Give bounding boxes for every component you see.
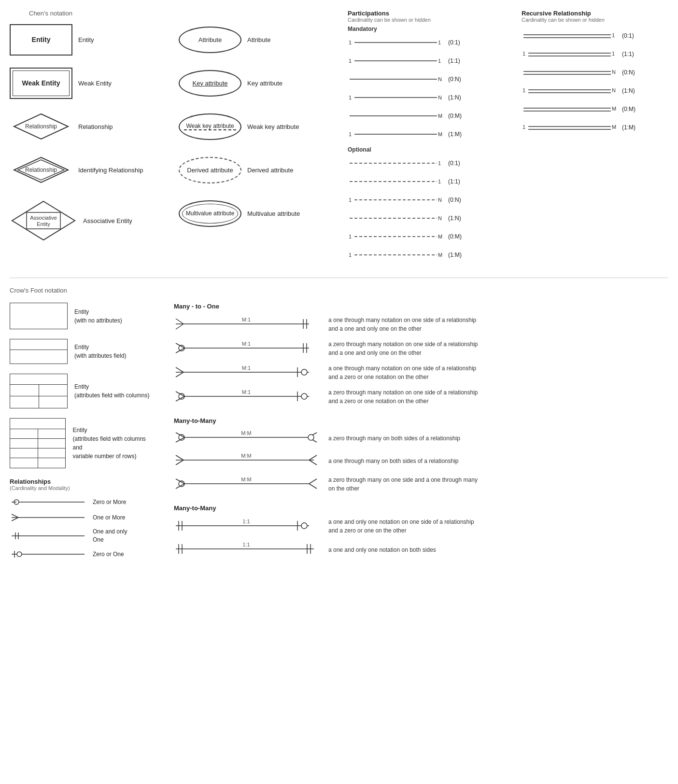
svg-text:1:1: 1:1 [242, 518, 250, 524]
multivalue-attribute-symbol: Multivalue attribute [179, 200, 241, 227]
svg-text:M: M [438, 113, 442, 119]
weak-key-attribute-symbol: Weak key attribute [179, 113, 241, 140]
recursive-row-0N: N (0:N) [522, 65, 657, 80]
recursive-row-1N: 1 N (1:N) [522, 84, 657, 98]
derived-attribute-symbol: Derived attribute [179, 157, 241, 183]
oto-svg-1: 1:1 [174, 518, 319, 533]
svg-text:1: 1 [523, 87, 525, 93]
recursive-notation-11: (1:1) [622, 51, 634, 57]
identifying-relationship-symbol: Relationship [10, 154, 72, 186]
svg-line-110 [309, 455, 317, 460]
rel-zero-more: Zero or More [10, 497, 155, 507]
svg-text:1: 1 [349, 234, 352, 239]
optional-line-0M: 1 M [348, 232, 444, 241]
recursive-line-1N: 1 N [522, 86, 618, 96]
optional-row-0M: 1 M (0:M) [348, 229, 512, 244]
mtm-diagram-2: M:M [174, 453, 319, 469]
svg-text:1: 1 [349, 252, 352, 258]
many-to-one-section: Many - to - One M:1 [174, 303, 668, 406]
mandatory-line-0M: M [348, 111, 444, 121]
relationship-row: Relationship Relationship [10, 110, 179, 143]
weak-key-attribute-row: Weak key attribute Weak key attribute [179, 110, 348, 143]
svg-line-87 [176, 372, 184, 377]
opt-notation-11: (1:1) [448, 178, 460, 185]
recursive-line-0M: M [522, 104, 618, 114]
attribute-row: Attribute Attribute [179, 23, 348, 56]
recursive-svg-1N: 1 N [522, 86, 618, 96]
svg-text:1: 1 [349, 197, 352, 203]
mandatory-row-0N: N (0:N) [348, 72, 512, 86]
crow-entity-simple-symbol [10, 303, 68, 329]
svg-text:M:M: M:M [241, 453, 251, 459]
many-to-many-section: Many-to-Many [174, 417, 668, 493]
multivalue-attr-text: Multivalue attribute [186, 210, 235, 217]
rel-one-more: One or More [10, 512, 155, 523]
oto-desc-1: a one and only one notation on one side … [328, 518, 474, 535]
relationship-symbol: Relationship [10, 111, 72, 142]
recursive-notation-0M: (0:M) [622, 106, 636, 112]
svg-text:N: N [612, 87, 616, 93]
notation-01: (0:1) [448, 39, 460, 46]
svg-line-107 [176, 455, 184, 460]
svg-text:1: 1 [438, 160, 441, 166]
svg-text:Entity: Entity [37, 221, 50, 227]
crow-entity-attr-label: Entity(with attributes field) [74, 343, 126, 360]
mtm-row-3: M:M a zero through many on one side and … [174, 476, 668, 493]
many-to-many-title: Many-to-Many [174, 417, 668, 424]
svg-text:N: N [438, 215, 442, 221]
recursive-svg-01: 1 [522, 31, 618, 41]
mto-desc-2: a zero through many notation on one side… [328, 340, 478, 357]
recursive-svg-0M: M [522, 104, 618, 114]
rel-zero-one: Zero or One [10, 549, 155, 560]
derived-attribute-row: Derived attribute Derived attribute [179, 153, 348, 187]
mtm-svg-3: M:M [174, 476, 319, 491]
opt-notation-0N: (0:N) [448, 196, 461, 203]
mto-row-3: M:1 a one through many notation on one s… [174, 364, 668, 381]
crow-entity-variable-row: Entity(attributes field with columns and… [10, 418, 155, 468]
mto-diagram-4: M:1 [174, 389, 319, 405]
optional-label: Optional [348, 146, 512, 153]
weak-key-attr-text: Weak key attribute [184, 123, 236, 130]
relationships-subtitle: (Cardinality and Modality) [10, 485, 155, 491]
mto-svg-4: M:1 [174, 389, 319, 404]
svg-text:M: M [612, 106, 616, 112]
rel-one-only-label: One and onlyOne [93, 528, 127, 544]
mtm-row-2: M:M a one through many on both sides of … [174, 453, 668, 469]
recursive-subtitle: Cardinality can be shown or hidden [522, 17, 657, 23]
oto-row-1: 1:1 a one and only one notation on one s… [174, 518, 668, 535]
mto-row-1: M:1 a one through many notation on one s… [174, 316, 668, 333]
svg-text:1: 1 [349, 40, 352, 45]
rel-zero-more-label: Zero or More [93, 499, 126, 505]
key-attribute-label: Key attribute [247, 80, 282, 87]
mandatory-row-1M: 1 M (1:M) [348, 127, 512, 141]
svg-text:N: N [438, 76, 442, 82]
weak-entity-symbol: Weak Entity [10, 68, 72, 99]
mtm-svg-1: M:M [174, 430, 319, 445]
svg-text:M:M: M:M [241, 430, 251, 436]
mto-desc-4: a zero through many notation on one side… [328, 388, 478, 406]
recursive-notation-1N: (1:N) [622, 87, 635, 94]
crow-entity-attr-symbol [10, 339, 68, 364]
recursive-notation-1M: (1:M) [622, 124, 636, 131]
svg-point-72 [17, 552, 22, 557]
key-attribute-symbol: Key attribute [179, 70, 241, 97]
identifying-relationship-label: Identifying Relationship [78, 167, 143, 174]
recursive-svg-11: 1 1 [522, 49, 618, 59]
participations-title: Participations [348, 10, 512, 17]
mto-svg-3: M:1 [174, 365, 319, 379]
mto-desc-3: a one through many notation on one side … [328, 364, 476, 381]
entity-label: Entity [78, 36, 94, 43]
recursive-row-11: 1 1 (1:1) [522, 47, 657, 61]
optional-line-1M: 1 M [348, 250, 444, 260]
mandatory-row-01: 1 1 (0:1) [348, 35, 512, 50]
svg-line-73 [176, 319, 184, 324]
mandatory-row-0M: M (0:M) [348, 109, 512, 123]
mtm-desc-1: a zero through many on both sides of a r… [328, 434, 460, 443]
optional-row-01: 1 (0:1) [348, 156, 512, 170]
optional-svg-1M: 1 M [348, 250, 444, 260]
svg-text:M:M: M:M [241, 476, 251, 482]
recursive-row-01: 1 (0:1) [522, 28, 657, 43]
optional-row-1M: 1 M (1:M) [348, 248, 512, 262]
mandatory-line-1M: 1 M [348, 129, 444, 139]
svg-point-105 [308, 434, 314, 440]
